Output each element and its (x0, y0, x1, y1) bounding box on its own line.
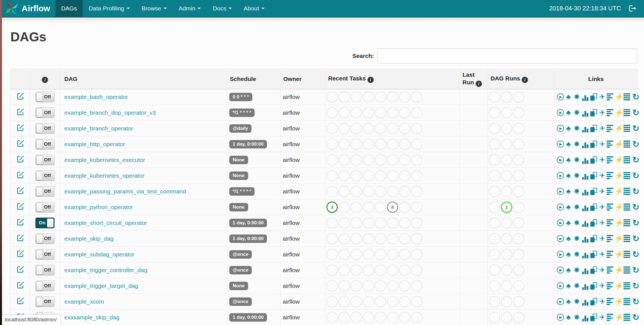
task-tries-icon[interactable] (590, 125, 598, 132)
dag-run-circle[interactable] (489, 186, 500, 197)
landing-times-icon[interactable]: ✈ (598, 93, 606, 101)
task-state-circle[interactable] (351, 107, 362, 118)
gantt-view-icon[interactable] (607, 266, 614, 274)
task-state-circle[interactable] (387, 312, 398, 323)
task-state-circle[interactable] (339, 154, 350, 166)
task-duration-icon[interactable] (581, 109, 589, 117)
code-view-icon[interactable]: ⚡ (615, 172, 623, 180)
dag-run-circle[interactable] (513, 280, 524, 292)
task-duration-icon[interactable] (581, 140, 589, 148)
task-state-circle[interactable] (387, 91, 398, 103)
dag-run-circle[interactable] (501, 154, 512, 166)
task-state-circle[interactable]: 3 (326, 202, 338, 213)
task-state-circle[interactable]: 8 (387, 202, 398, 213)
task-state-circle[interactable] (387, 186, 398, 197)
task-state-circle[interactable] (339, 312, 350, 323)
graph-view-icon[interactable]: ✺ (573, 93, 581, 101)
dag-link[interactable]: example_kubernetes_operator (64, 172, 144, 179)
task-duration-icon[interactable] (581, 313, 589, 321)
task-state-circle[interactable] (363, 265, 374, 276)
graph-view-icon[interactable]: ✺ (573, 188, 581, 195)
task-state-circle[interactable] (411, 233, 422, 244)
task-state-circle[interactable] (326, 154, 338, 166)
tree-view-icon[interactable]: ♣ (564, 140, 572, 148)
nav-item-dags[interactable]: DAGs (55, 0, 83, 17)
tree-view-icon[interactable]: ♣ (564, 298, 572, 306)
dag-run-circle[interactable] (489, 217, 500, 229)
task-state-circle[interactable] (399, 154, 410, 166)
refresh-icon[interactable]: ↻ (632, 93, 640, 101)
code-view-icon[interactable]: ⚡ (615, 93, 623, 101)
dag-pause-toggle[interactable]: Off (35, 92, 55, 102)
trigger-dag-icon[interactable]: ▶ (557, 219, 564, 226)
task-duration-icon[interactable] (581, 235, 589, 243)
nav-item-docs[interactable]: Docs (207, 0, 238, 17)
task-state-circle[interactable] (387, 217, 398, 229)
dag-run-circle[interactable] (513, 107, 524, 118)
edit-dag-icon[interactable] (17, 205, 24, 211)
dag-run-circle[interactable] (513, 265, 524, 276)
code-view-icon[interactable]: ⚡ (615, 156, 623, 164)
task-state-circle[interactable] (351, 280, 362, 292)
dag-pause-toggle[interactable]: Off (35, 296, 55, 307)
task-state-circle[interactable] (411, 202, 422, 213)
dag-run-circle[interactable] (489, 280, 500, 292)
edit-dag-icon[interactable] (17, 268, 24, 274)
dag-run-circle[interactable] (501, 296, 512, 307)
task-state-circle[interactable] (411, 139, 422, 150)
task-state-circle[interactable] (375, 186, 386, 197)
dag-link[interactable]: example_kubernetes_executor (64, 157, 145, 163)
edit-dag-icon[interactable] (17, 110, 24, 117)
graph-view-icon[interactable]: ✺ (573, 282, 581, 290)
dag-pause-toggle[interactable]: Off (35, 155, 55, 165)
graph-view-icon[interactable]: ✺ (573, 156, 581, 164)
edit-dag-icon[interactable] (17, 173, 24, 180)
logs-icon[interactable] (623, 172, 631, 180)
task-state-circle[interactable] (326, 91, 338, 103)
refresh-icon[interactable]: ↻ (632, 219, 640, 227)
landing-times-icon[interactable]: ✈ (598, 172, 606, 180)
dag-run-circle[interactable] (501, 217, 512, 229)
task-state-circle[interactable] (375, 202, 386, 213)
gantt-view-icon[interactable] (607, 219, 614, 227)
task-tries-icon[interactable] (590, 109, 598, 117)
brand[interactable]: Airflow (2, 0, 55, 17)
landing-times-icon[interactable]: ✈ (598, 282, 606, 290)
tree-view-icon[interactable]: ♣ (564, 219, 572, 227)
task-state-circle[interactable] (351, 249, 362, 260)
refresh-icon[interactable]: ↻ (632, 235, 640, 243)
graph-view-icon[interactable]: ✺ (573, 203, 581, 211)
gantt-view-icon[interactable] (607, 109, 614, 117)
dag-run-circle[interactable] (501, 91, 512, 103)
gantt-view-icon[interactable] (607, 235, 614, 243)
dag-run-circle[interactable] (489, 249, 500, 260)
task-duration-icon[interactable] (581, 298, 589, 306)
edit-dag-icon[interactable] (17, 236, 24, 243)
task-state-circle[interactable] (351, 202, 362, 213)
task-state-circle[interactable] (399, 249, 410, 260)
task-state-circle[interactable] (399, 202, 410, 213)
dag-run-circle[interactable] (489, 170, 500, 181)
task-state-circle[interactable] (375, 312, 386, 323)
refresh-icon[interactable]: ↻ (632, 125, 640, 132)
task-state-circle[interactable] (363, 217, 374, 229)
code-view-icon[interactable]: ⚡ (615, 140, 623, 148)
task-state-circle[interactable] (363, 91, 374, 103)
tree-view-icon[interactable]: ♣ (564, 172, 572, 180)
code-view-icon[interactable]: ⚡ (615, 203, 623, 211)
task-state-circle[interactable] (375, 249, 386, 260)
search-input[interactable] (377, 48, 637, 64)
dag-link[interactable]: example_http_operator (64, 141, 125, 147)
task-state-circle[interactable] (399, 170, 410, 181)
task-tries-icon[interactable] (590, 266, 598, 274)
task-state-circle[interactable] (339, 139, 350, 150)
dag-run-circle[interactable] (501, 107, 512, 118)
task-state-circle[interactable] (351, 139, 362, 150)
task-state-circle[interactable] (339, 107, 350, 118)
dag-pause-toggle[interactable]: Off (35, 233, 55, 244)
logs-icon[interactable] (623, 266, 631, 274)
dag-pause-toggle[interactable]: Off (35, 107, 55, 118)
trigger-dag-icon[interactable]: ▶ (557, 172, 564, 179)
task-state-circle[interactable] (351, 186, 362, 197)
task-state-circle[interactable] (363, 186, 374, 197)
